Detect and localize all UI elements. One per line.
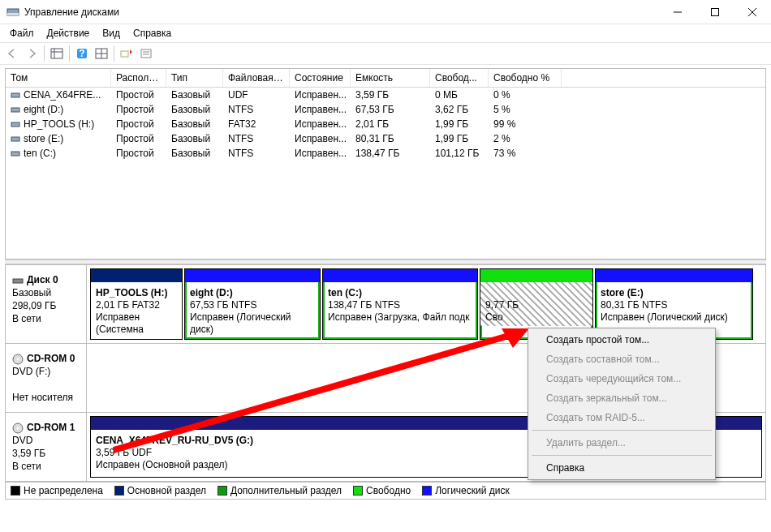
table-row[interactable]: ten (C:)ПростойБазовыйNTFSИсправен...138… <box>6 146 765 161</box>
svg-rect-23 <box>13 279 23 283</box>
legend: Не распределена Основной раздел Дополнит… <box>5 482 766 500</box>
legend-extended: Дополнительный раздел <box>230 485 342 496</box>
svg-rect-14 <box>121 51 128 57</box>
action-button[interactable] <box>118 45 136 62</box>
volume-icon <box>11 148 20 158</box>
svg-rect-19 <box>11 108 19 112</box>
disk-icon <box>12 275 24 286</box>
titlebar: Управление дисками <box>0 0 771 24</box>
volume-list[interactable]: Том Располо... Тип Файловая с... Состоян… <box>5 68 766 260</box>
svg-rect-15 <box>141 49 151 58</box>
context-menu: Создать простой том... Создать составной… <box>528 328 716 480</box>
volume-icon <box>11 134 20 144</box>
svg-rect-6 <box>51 49 62 58</box>
view-list-button[interactable] <box>48 45 66 62</box>
disk0-label[interactable]: Диск 0 Базовый 298,09 ГБ В сети <box>6 265 87 343</box>
cm-create-spanned: Создать составной том... <box>530 350 713 369</box>
legend-free: Свободно <box>366 485 411 496</box>
table-row[interactable]: HP_TOOLS (H:)ПростойБазовыйFAT32Исправен… <box>6 117 765 131</box>
menu-action[interactable]: Действие <box>41 26 97 41</box>
list-header: Том Располо... Тип Файловая с... Состоян… <box>6 69 765 88</box>
app-icon <box>6 6 19 19</box>
svg-point-27 <box>17 427 19 429</box>
legend-unalloc: Не распределена <box>24 485 103 496</box>
cm-create-simple[interactable]: Создать простой том... <box>530 330 713 350</box>
svg-rect-1 <box>7 13 19 15</box>
cd-icon <box>12 423 24 434</box>
col-free[interactable]: Свобод... <box>430 69 489 87</box>
help-button[interactable]: ? <box>73 45 91 62</box>
maximize-button[interactable] <box>696 0 734 24</box>
volume-icon <box>11 90 20 100</box>
cm-create-raid5: Создать том RAID-5... <box>530 408 713 427</box>
vol-eight[interactable]: eight (D:)67,53 ГБ NTFSИсправен (Логичес… <box>184 268 321 340</box>
svg-rect-18 <box>11 93 19 97</box>
forward-button[interactable] <box>23 45 41 62</box>
cdrom1-label[interactable]: CD-ROM 1 DVD 3,59 ГБ В сети <box>6 413 87 481</box>
svg-point-25 <box>17 358 19 360</box>
table-row[interactable]: store (E:)ПростойБазовыйNTFSИсправен...8… <box>6 131 765 146</box>
legend-primary: Основной раздел <box>127 485 206 496</box>
cm-help[interactable]: Справка <box>530 458 713 478</box>
cd-icon <box>12 354 24 365</box>
properties-button[interactable] <box>137 45 155 62</box>
svg-text:?: ? <box>79 48 84 59</box>
menubar: Файл Действие Вид Справка <box>0 24 771 42</box>
menu-file[interactable]: Файл <box>3 26 41 41</box>
volume-icon <box>11 105 20 114</box>
col-status[interactable]: Состояние <box>290 69 351 87</box>
svg-rect-21 <box>11 137 19 141</box>
col-layout[interactable]: Располо... <box>111 69 166 87</box>
cm-delete: Удалить раздел... <box>530 433 713 453</box>
grid-view-button[interactable] <box>93 45 110 62</box>
close-button[interactable] <box>734 0 771 24</box>
col-type[interactable]: Тип <box>166 69 223 87</box>
cdrom0-label[interactable]: CD-ROM 0 DVD (F:) Нет носителя <box>6 344 87 412</box>
vol-hp-tools[interactable]: HP_TOOLS (H:)2,01 ГБ FAT32Исправен (Сист… <box>90 268 183 340</box>
col-freepct[interactable]: Свободно % <box>489 69 562 87</box>
cm-create-striped: Создать чередующийся том... <box>530 369 713 388</box>
window-title: Управление дисками <box>24 6 659 18</box>
menu-help[interactable]: Справка <box>127 26 178 41</box>
table-row[interactable]: CENA_X64FRE...ПростойБазовыйUDFИсправен.… <box>6 88 765 102</box>
col-capacity[interactable]: Емкость <box>351 69 430 87</box>
cm-create-mirror: Создать зеркальный том... <box>530 388 713 408</box>
svg-rect-22 <box>11 152 19 156</box>
table-row[interactable]: eight (D:)ПростойБазовыйNTFSИсправен...6… <box>6 102 765 117</box>
toolbar: ? <box>0 42 771 65</box>
volume-icon <box>11 119 20 129</box>
col-fs[interactable]: Файловая с... <box>223 69 290 87</box>
menu-view[interactable]: Вид <box>96 26 127 41</box>
col-volume[interactable]: Том <box>6 69 111 87</box>
legend-logical: Логический диск <box>435 485 510 496</box>
minimize-button[interactable] <box>659 0 696 24</box>
svg-rect-3 <box>712 8 719 15</box>
back-button[interactable] <box>3 45 21 62</box>
svg-rect-20 <box>11 122 19 127</box>
vol-ten[interactable]: ten (C:)138,47 ГБ NTFSИсправен (Загрузка… <box>322 268 478 340</box>
